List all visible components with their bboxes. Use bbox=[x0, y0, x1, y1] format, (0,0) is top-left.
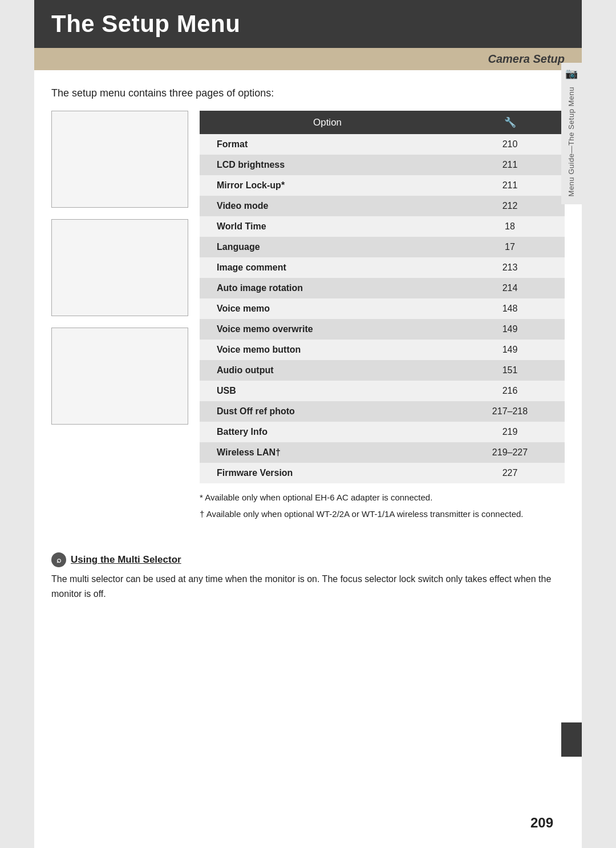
thumbnail-3 bbox=[51, 328, 188, 425]
option-cell: Voice memo button bbox=[200, 340, 455, 360]
option-cell: Firmware Version bbox=[200, 463, 455, 483]
table-row: Auto image rotation214 bbox=[200, 278, 565, 298]
side-tab: 📷 Menu Guide—The Setup Menu bbox=[561, 63, 582, 204]
option-cell: Wireless LAN† bbox=[200, 442, 455, 463]
camera-setup-bar: Camera Setup bbox=[34, 48, 582, 70]
option-cell: Audio output bbox=[200, 360, 455, 381]
table-row: Language17 bbox=[200, 237, 565, 257]
page-cell: 212 bbox=[455, 196, 565, 216]
page-cell: 214 bbox=[455, 278, 565, 298]
table-row: Mirror Lock-up*211 bbox=[200, 175, 565, 196]
table-row: USB216 bbox=[200, 381, 565, 401]
footnote-dagger: † Available only when optional WT-2/2A o… bbox=[200, 508, 565, 521]
multi-selector-title: Using the Multi Selector bbox=[71, 554, 181, 566]
option-column-header: Option bbox=[200, 111, 455, 134]
footnote-asterisk-text: * Available only when optional EH-6 AC a… bbox=[200, 492, 432, 502]
table-row: Wireless LAN†219–227 bbox=[200, 442, 565, 463]
option-cell: Auto image rotation bbox=[200, 278, 455, 298]
table-row: Audio output151 bbox=[200, 360, 565, 381]
page-cell: 211 bbox=[455, 155, 565, 175]
option-cell: Voice memo bbox=[200, 298, 455, 319]
camera-icon: 📷 bbox=[565, 67, 578, 80]
option-cell: Image comment bbox=[200, 257, 455, 278]
page-number: 209 bbox=[530, 815, 553, 831]
table-row: Dust Off ref photo217–218 bbox=[200, 401, 565, 422]
multi-selector-icon: ⌕ bbox=[51, 552, 66, 567]
footnotes: * Available only when optional EH-6 AC a… bbox=[200, 491, 565, 520]
intro-text: The setup menu contains three pages of o… bbox=[51, 87, 565, 99]
page-cell: 149 bbox=[455, 319, 565, 340]
table-row: Firmware Version227 bbox=[200, 463, 565, 483]
table-row: Format210 bbox=[200, 134, 565, 155]
page-cell: 210 bbox=[455, 134, 565, 155]
bottom-section: ⌕ Using the Multi Selector The multi sel… bbox=[34, 541, 582, 618]
table-row: World Time18 bbox=[200, 216, 565, 237]
table-row: Voice memo overwrite149 bbox=[200, 319, 565, 340]
table-row: LCD brightness211 bbox=[200, 155, 565, 175]
table-header-row: Option 🔧 bbox=[200, 111, 565, 134]
side-tab-text: Menu Guide—The Setup Menu bbox=[566, 83, 577, 200]
table-row: Image comment213 bbox=[200, 257, 565, 278]
footnote-dagger-text: † Available only when optional WT-2/2A o… bbox=[200, 509, 524, 519]
option-cell: Voice memo overwrite bbox=[200, 319, 455, 340]
option-cell: Video mode bbox=[200, 196, 455, 216]
page-title: The Setup Menu bbox=[51, 10, 240, 37]
page-cell: 219 bbox=[455, 422, 565, 442]
main-content: The setup menu contains three pages of o… bbox=[34, 70, 582, 541]
table-row: Voice memo button149 bbox=[200, 340, 565, 360]
table-row: Video mode212 bbox=[200, 196, 565, 216]
options-table: Option 🔧 Format210LCD brightness211Mirro… bbox=[200, 111, 565, 483]
main-layout: Option 🔧 Format210LCD brightness211Mirro… bbox=[51, 111, 565, 524]
page-cell: 17 bbox=[455, 237, 565, 257]
side-tab-marker bbox=[561, 722, 582, 757]
option-cell: Format bbox=[200, 134, 455, 155]
page-cell: 211 bbox=[455, 175, 565, 196]
option-cell: Dust Off ref photo bbox=[200, 401, 455, 422]
multi-selector-heading: ⌕ Using the Multi Selector bbox=[51, 552, 565, 567]
thumbnail-1 bbox=[51, 111, 188, 208]
options-table-container: Option 🔧 Format210LCD brightness211Mirro… bbox=[200, 111, 565, 524]
option-cell: Language bbox=[200, 237, 455, 257]
option-cell: USB bbox=[200, 381, 455, 401]
camera-setup-label: Camera Setup bbox=[488, 53, 565, 65]
table-row: Battery Info219 bbox=[200, 422, 565, 442]
page-cell: 216 bbox=[455, 381, 565, 401]
page-cell: 227 bbox=[455, 463, 565, 483]
page-cell: 213 bbox=[455, 257, 565, 278]
option-cell: Battery Info bbox=[200, 422, 455, 442]
thumbnail-2 bbox=[51, 219, 188, 316]
page-cell: 18 bbox=[455, 216, 565, 237]
option-cell: LCD brightness bbox=[200, 155, 455, 175]
page-cell: 148 bbox=[455, 298, 565, 319]
multi-selector-body: The multi selector can be used at any ti… bbox=[51, 572, 565, 601]
page-column-header: 🔧 bbox=[455, 111, 565, 134]
table-row: Voice memo148 bbox=[200, 298, 565, 319]
thumbnails-column bbox=[51, 111, 188, 425]
page-header: The Setup Menu bbox=[34, 0, 582, 48]
page-cell: 151 bbox=[455, 360, 565, 381]
page-cell: 217–218 bbox=[455, 401, 565, 422]
option-cell: Mirror Lock-up* bbox=[200, 175, 455, 196]
footnote-asterisk: * Available only when optional EH-6 AC a… bbox=[200, 491, 565, 504]
page-cell: 149 bbox=[455, 340, 565, 360]
option-cell: World Time bbox=[200, 216, 455, 237]
page-cell: 219–227 bbox=[455, 442, 565, 463]
